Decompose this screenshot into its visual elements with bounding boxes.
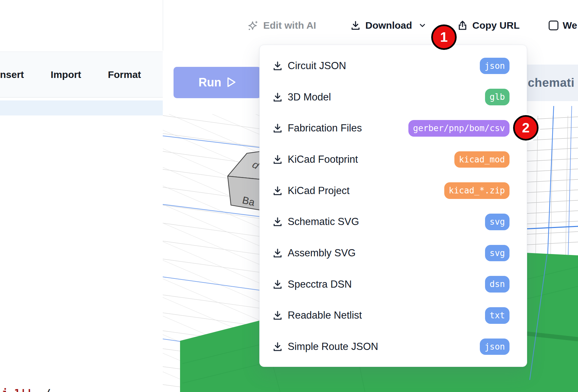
format-badge: gerber/pnp/bom/csv — [408, 120, 510, 137]
share-icon — [457, 20, 468, 31]
menu-item-label: KiCad Footprint — [288, 154, 454, 165]
editor-highlighted-line[interactable] — [0, 100, 163, 115]
menu-item-label: Simple Route JSON — [288, 341, 480, 353]
download-menu-item[interactable]: Circuit JSONjson — [260, 50, 527, 82]
app-screen: nsertImportFormat i 1!! / — [0, 0, 578, 392]
format-badge: kicad_*.zip — [444, 182, 510, 199]
format-badge: kicad_mod — [454, 151, 510, 168]
download-button[interactable]: Download — [350, 17, 427, 34]
chevron-down-icon — [418, 21, 427, 30]
play-icon — [227, 77, 236, 88]
run-button-label: Run — [199, 76, 221, 89]
code-fragment-red: i 1!! — [2, 387, 32, 392]
download-icon — [272, 60, 283, 71]
code-editor-panel: nsertImportFormat i 1!! / — [0, 0, 163, 392]
download-menu-item[interactable]: KiCad Projectkicad_*.zip — [260, 175, 527, 206]
menu-item-label: KiCad Project — [288, 185, 444, 197]
download-icon — [272, 279, 283, 290]
code-fragment-slash — [32, 387, 44, 392]
download-icon — [272, 216, 283, 227]
menubar-item[interactable]: Format — [108, 69, 141, 80]
format-badge: svg — [485, 214, 510, 230]
menu-item-label: Circuit JSON — [288, 60, 480, 72]
edit-with-ai-button[interactable]: Edit with AI — [247, 17, 316, 34]
menu-item-label: Readable Netlist — [288, 309, 485, 321]
download-menu-item[interactable]: Simple Route JSONjson — [260, 331, 527, 362]
sparkle-icon — [247, 20, 259, 32]
download-dropdown-menu: Circuit JSONjson3D ModelglbFabrication F… — [259, 45, 527, 367]
copy-url-label: Copy URL — [472, 20, 520, 31]
webview-toggle[interactable]: We — [549, 17, 577, 34]
menubar-item[interactable]: Import — [51, 69, 81, 80]
run-button[interactable]: Run — [174, 67, 261, 98]
format-badge: txt — [485, 307, 510, 324]
menu-item-label: Specctra DSN — [288, 279, 485, 290]
menu-item-label: 3D Model — [288, 91, 485, 103]
download-icon — [350, 20, 361, 31]
download-menu-item[interactable]: 3D Modelglb — [260, 82, 527, 113]
annotation-step-2: 2 — [513, 115, 539, 141]
code-fragment: i 1!! / — [2, 387, 51, 392]
download-menu-item[interactable]: Specctra DSNdsn — [260, 269, 527, 300]
download-menu-item[interactable]: KiCad Footprintkicad_mod — [260, 144, 527, 175]
download-menu-item[interactable]: Assembly SVGsvg — [260, 237, 527, 269]
tab-schematic[interactable]: chemati — [528, 76, 574, 90]
download-icon — [272, 341, 283, 352]
format-badge: json — [480, 339, 510, 355]
menu-item-label: Assembly SVG — [288, 247, 485, 259]
format-badge: glb — [485, 89, 510, 105]
download-icon — [272, 310, 283, 321]
copy-url-button[interactable]: Copy URL — [457, 17, 520, 34]
menubar-item[interactable]: nsert — [0, 69, 24, 80]
download-icon — [272, 248, 283, 259]
format-badge: dsn — [485, 276, 510, 293]
download-icon — [272, 92, 283, 103]
edit-with-ai-label: Edit with AI — [263, 20, 316, 31]
annotation-step-2-label: 2 — [522, 120, 529, 136]
download-icon — [272, 123, 283, 134]
editor-menubar: nsertImportFormat — [0, 52, 163, 98]
webview-checkbox[interactable] — [549, 21, 558, 30]
download-menu-list: Circuit JSONjson3D ModelglbFabrication F… — [260, 50, 527, 362]
download-label: Download — [365, 20, 412, 31]
format-badge: svg — [485, 245, 510, 262]
download-menu-item[interactable]: Readable Netlisttxt — [260, 300, 527, 331]
download-menu-item[interactable]: Schematic SVGsvg — [260, 206, 527, 237]
download-icon — [272, 154, 283, 165]
format-badge: json — [480, 58, 510, 74]
code-fragment-black: / — [45, 387, 51, 392]
webview-label: We — [563, 20, 577, 31]
annotation-step-1-label: 1 — [440, 29, 448, 45]
annotation-step-1: 1 — [431, 24, 457, 50]
download-icon — [272, 185, 283, 196]
menu-item-label: Schematic SVG — [288, 216, 485, 228]
download-menu-item[interactable]: Fabrication Filesgerber/pnp/bom/csv — [260, 113, 527, 144]
menu-item-label: Fabrication Files — [288, 122, 408, 134]
